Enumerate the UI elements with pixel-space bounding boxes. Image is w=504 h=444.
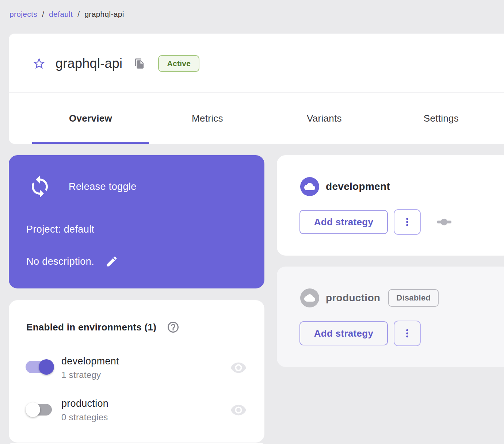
tab-overview[interactable]: Overview bbox=[32, 93, 149, 144]
toggle-type-row: Release toggle bbox=[28, 175, 137, 199]
feature-header-row: graphql-api Active bbox=[32, 50, 199, 77]
breadcrumb-separator: / bbox=[42, 10, 44, 19]
enabled-environments-card: Enabled in environments (1) development … bbox=[9, 300, 264, 443]
environment-actions: Add strategy bbox=[299, 209, 452, 235]
environment-row-name: production bbox=[61, 398, 108, 409]
description-text: No description. bbox=[26, 256, 94, 267]
feature-info-card: Release toggle Project: default No descr… bbox=[9, 155, 264, 288]
environment-actions: Add strategy bbox=[299, 321, 421, 346]
pencil-icon bbox=[105, 255, 118, 268]
eye-icon bbox=[230, 402, 247, 418]
environment-avatar bbox=[300, 177, 319, 196]
kebab-menu-icon bbox=[401, 216, 413, 228]
tab-variants[interactable]: Variants bbox=[266, 93, 383, 144]
release-toggle-icon bbox=[28, 175, 52, 199]
view-environment-button[interactable] bbox=[230, 359, 247, 376]
eye-icon bbox=[230, 359, 247, 376]
active-tab-indicator bbox=[32, 142, 149, 144]
environment-row-development: development 1 strategy bbox=[26, 356, 119, 380]
environment-row-name: development bbox=[61, 356, 119, 367]
environment-menu-button[interactable] bbox=[394, 209, 421, 235]
environment-card-development: development Add strategy bbox=[277, 155, 504, 256]
environment-name: production bbox=[326, 292, 380, 304]
add-strategy-button[interactable]: Add strategy bbox=[299, 210, 388, 234]
breadcrumb-link-default[interactable]: default bbox=[49, 10, 73, 19]
environment-card-production: production Disabled Add strategy bbox=[277, 267, 504, 367]
tab-settings[interactable]: Settings bbox=[383, 93, 500, 144]
help-button[interactable] bbox=[167, 321, 180, 334]
favorite-button[interactable] bbox=[32, 57, 46, 70]
description-row: No description. bbox=[26, 255, 118, 268]
environment-name: development bbox=[326, 181, 390, 192]
cloud-icon bbox=[304, 181, 315, 192]
environment-toggle-production[interactable] bbox=[26, 401, 54, 418]
toggle-type-label: Release toggle bbox=[69, 181, 137, 192]
strategy-connector-icon bbox=[436, 214, 452, 230]
environment-strategy-count: 0 strategies bbox=[61, 412, 108, 422]
tab-metrics[interactable]: Metrics bbox=[149, 93, 266, 144]
feature-header-card: graphql-api Active Overview Metrics Vari… bbox=[9, 34, 504, 144]
environment-strategy-count: 1 strategy bbox=[61, 370, 119, 380]
environment-row-production: production 0 strategies bbox=[26, 398, 108, 422]
project-label: Project: default bbox=[26, 224, 95, 235]
help-icon bbox=[167, 321, 180, 334]
copy-name-button[interactable] bbox=[134, 58, 145, 69]
breadcrumb-link-projects[interactable]: projects bbox=[9, 10, 37, 19]
feature-toggle-page: projects / default / graphql-api graphql… bbox=[0, 0, 504, 444]
view-environment-button[interactable] bbox=[230, 402, 247, 418]
environment-menu-button[interactable] bbox=[394, 321, 421, 346]
status-badge: Active bbox=[158, 55, 199, 72]
disabled-badge: Disabled bbox=[388, 289, 439, 307]
edit-description-button[interactable] bbox=[105, 255, 118, 268]
enabled-environments-header: Enabled in environments (1) bbox=[26, 321, 180, 334]
cloud-icon bbox=[304, 292, 315, 303]
environment-avatar bbox=[300, 288, 319, 307]
environment-header: development bbox=[300, 177, 390, 196]
kebab-menu-icon bbox=[401, 327, 413, 340]
star-icon bbox=[32, 57, 46, 70]
tab-bar: Overview Metrics Variants Settings bbox=[32, 93, 500, 144]
enabled-environments-title: Enabled in environments (1) bbox=[26, 322, 156, 333]
page-title: graphql-api bbox=[56, 56, 122, 71]
breadcrumb-current: graphql-api bbox=[84, 10, 124, 19]
copy-icon bbox=[134, 58, 145, 69]
breadcrumb: projects / default / graphql-api bbox=[9, 10, 124, 19]
environment-toggle-development[interactable] bbox=[26, 359, 54, 376]
environment-header: production Disabled bbox=[300, 288, 439, 307]
add-strategy-button[interactable]: Add strategy bbox=[299, 321, 388, 345]
breadcrumb-separator: / bbox=[77, 10, 80, 19]
